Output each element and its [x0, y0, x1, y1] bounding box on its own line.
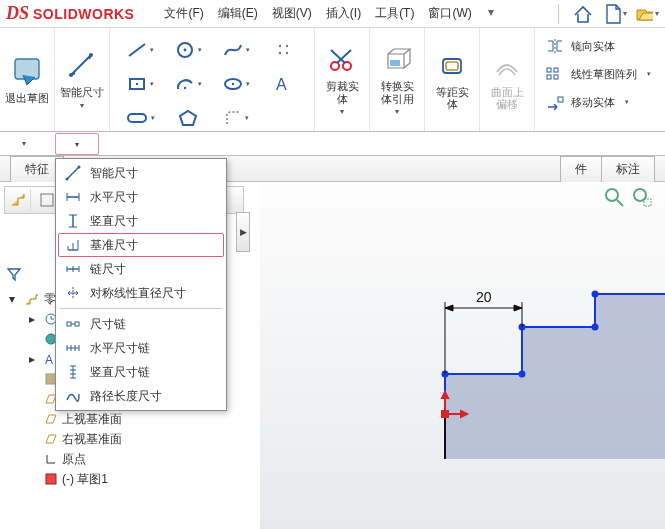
svg-point-31	[78, 166, 81, 169]
svg-rect-29	[558, 97, 563, 102]
ribbon: 退出草图 智能尺寸 ▾ ▾ ▾ ▾ ▾ ▾ ▾ A ▾ ▾	[0, 28, 665, 132]
menu-horizontal-dimension[interactable]: 水平尺寸	[58, 185, 224, 209]
tab-annotate[interactable]: 标注	[601, 156, 655, 182]
menu-insert[interactable]: 插入(I)	[326, 5, 361, 22]
tree-tab-feature-icon[interactable]	[7, 189, 31, 211]
menu-smart-dimension[interactable]: 智能尺寸	[58, 161, 224, 185]
tree-sketch1[interactable]: (-) 草图1	[4, 469, 254, 489]
svg-point-12	[184, 87, 186, 89]
svg-point-9	[286, 52, 288, 54]
line-tool[interactable]: ▾	[120, 34, 160, 66]
svg-rect-24	[446, 62, 458, 70]
svg-point-30	[66, 178, 69, 181]
offset-on-surface-button: 曲面上偏移	[484, 30, 530, 126]
svg-point-8	[279, 52, 281, 54]
trim-button[interactable]: 剪裁实体 ▾	[319, 30, 365, 126]
points-tool[interactable]	[264, 34, 304, 66]
dimension-dropdown-trigger[interactable]: ▾	[55, 133, 99, 155]
svg-marker-88	[445, 305, 453, 311]
svg-point-78	[592, 324, 599, 331]
linear-pattern-button[interactable]: 线性草图阵列▾	[545, 62, 651, 86]
sketch-drawing: 20	[260, 184, 665, 529]
menu-tools[interactable]: 工具(T)	[375, 5, 414, 22]
exit-sketch-button[interactable]: 退出草图	[4, 30, 50, 126]
svg-point-11	[136, 83, 138, 85]
tree-right-plane[interactable]: 右视基准面	[4, 429, 254, 449]
menu-symmetric-diameter-dimension[interactable]: 对称线性直径尺寸	[58, 281, 224, 305]
dimension-value[interactable]: 20	[476, 289, 492, 305]
home-icon[interactable]	[571, 2, 595, 26]
menu-path-length-dimension[interactable]: 路径长度尺寸	[58, 384, 224, 408]
menu-window[interactable]: 窗口(W)	[428, 5, 471, 22]
move-entities-button[interactable]: 移动实体▾	[545, 90, 651, 114]
svg-rect-70	[46, 474, 56, 484]
svg-rect-27	[547, 75, 551, 79]
menu-vertical-chain[interactable]: 竖直尺寸链	[58, 360, 224, 384]
menu-vertical-dimension[interactable]: 竖直尺寸	[58, 209, 224, 233]
tree-top-plane[interactable]: 上视基准面	[4, 409, 254, 429]
svg-rect-28	[554, 75, 558, 79]
svg-point-5	[184, 49, 187, 52]
menu-horizontal-chain[interactable]: 水平尺寸链	[58, 336, 224, 360]
svg-rect-25	[547, 68, 551, 72]
menu-datum-dimension[interactable]: 基准尺寸	[58, 233, 224, 257]
svg-rect-26	[554, 68, 558, 72]
new-doc-icon[interactable]: ▾	[603, 2, 627, 26]
open-icon[interactable]: ▾	[635, 2, 659, 26]
quick-access-toolbar: ▾ ▾	[554, 2, 659, 26]
svg-rect-16	[128, 114, 146, 122]
rect-tool[interactable]: ▾	[120, 68, 160, 100]
text-tool[interactable]: A	[264, 68, 304, 100]
svg-point-2	[89, 53, 93, 57]
svg-line-3	[129, 44, 145, 56]
svg-point-1	[69, 73, 73, 77]
svg-marker-17	[180, 111, 196, 125]
menu-file[interactable]: 文件(F)	[164, 5, 203, 22]
svg-rect-60	[41, 194, 53, 206]
logo-icon: DS	[6, 3, 29, 24]
sketch-tool-grid: ▾ ▾ ▾ ▾ ▾ ▾ A ▾ ▾	[114, 30, 310, 138]
menu-more-icon[interactable]: ▾	[488, 5, 494, 22]
graphics-canvas[interactable]: 20	[260, 184, 665, 529]
svg-marker-89	[514, 305, 522, 311]
filter-icon[interactable]	[6, 266, 22, 285]
svg-rect-48	[75, 322, 79, 326]
circle-tool[interactable]: ▾	[168, 34, 208, 66]
svg-rect-47	[67, 322, 71, 326]
app-name: SOLIDWORKS	[33, 6, 134, 22]
tree-origin[interactable]: 原点	[4, 449, 254, 469]
svg-point-79	[592, 291, 599, 298]
menu-view[interactable]: 视图(V)	[272, 5, 312, 22]
svg-text:A: A	[276, 76, 287, 93]
mirror-button[interactable]: 镜向实体	[545, 34, 651, 58]
menubar: 文件(F) 编辑(E) 视图(V) 插入(I) 工具(T) 窗口(W) ▾	[164, 5, 493, 22]
svg-text:A: A	[45, 353, 53, 366]
convert-entities-button[interactable]: 转换实体引用 ▾	[374, 30, 420, 126]
dimension-type-menu: 智能尺寸 水平尺寸 竖直尺寸 基准尺寸 链尺寸 对称线性直径尺寸 尺寸链 水平尺…	[55, 158, 227, 411]
arc-tool[interactable]: ▾	[168, 68, 208, 100]
ribbon-drop-1[interactable]: ▾	[0, 139, 48, 148]
menu-chain-dimension[interactable]: 链尺寸	[58, 257, 224, 281]
svg-point-14	[232, 83, 234, 85]
tree-expand-button[interactable]: ▶	[236, 212, 250, 252]
fillet-tool[interactable]: ▾	[216, 102, 256, 134]
polygon-tool[interactable]	[168, 102, 208, 134]
svg-point-7	[286, 45, 288, 47]
tab-evaluate[interactable]: 件	[560, 156, 602, 182]
menu-dimension-chain[interactable]: 尺寸链	[58, 312, 224, 336]
svg-point-6	[279, 45, 281, 47]
svg-point-76	[519, 371, 526, 378]
ellipse-tool[interactable]: ▾	[216, 68, 256, 100]
spline-tool[interactable]: ▾	[216, 34, 256, 66]
smart-dimension-button[interactable]: 智能尺寸 ▾	[59, 30, 105, 126]
svg-rect-22	[390, 60, 400, 66]
svg-rect-84	[442, 411, 448, 417]
slot-tool[interactable]: ▾	[120, 102, 160, 134]
menu-edit[interactable]: 编辑(E)	[218, 5, 258, 22]
offset-entities-button[interactable]: 等距实体	[429, 30, 475, 126]
